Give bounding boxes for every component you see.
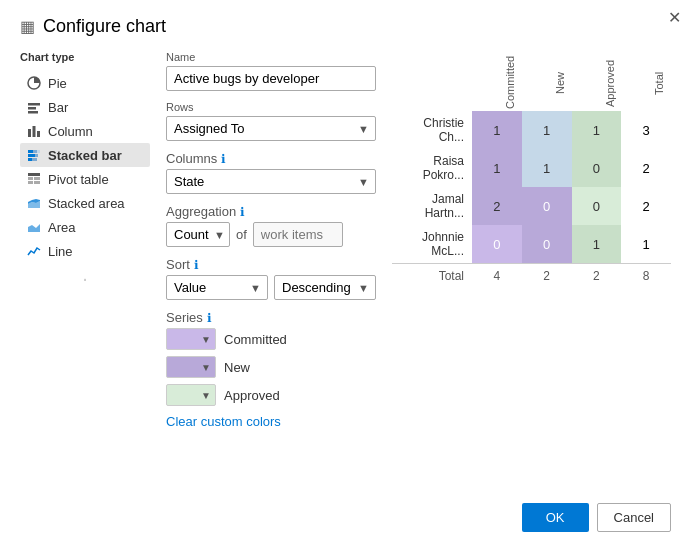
svg-rect-12 xyxy=(28,158,32,161)
cell-2-approved: 0 xyxy=(572,187,622,225)
preview-col-new: New xyxy=(522,51,572,111)
series-color-new[interactable]: ▼ xyxy=(166,356,216,378)
cell-2-new: 0 xyxy=(522,187,572,225)
area-icon xyxy=(26,219,42,235)
stacked-area-icon xyxy=(26,195,42,211)
preview-col-total: Total xyxy=(621,51,671,111)
dialog-footer: OK Cancel xyxy=(20,491,671,532)
of-input[interactable] xyxy=(253,222,343,247)
svg-rect-13 xyxy=(32,158,37,161)
sort-order-select[interactable]: Descending xyxy=(274,275,376,300)
clear-custom-colors-link[interactable]: Clear custom colors xyxy=(166,414,281,429)
line-icon xyxy=(26,243,42,259)
series-label: Series ℹ xyxy=(166,310,376,325)
series-color-committed[interactable]: ▼ xyxy=(166,328,216,350)
rows-select-wrap: Assigned To ▼ xyxy=(166,116,376,141)
cell-0-new: 1 xyxy=(522,111,572,149)
chart-type-stacked-bar[interactable]: Stacked bar xyxy=(20,143,150,167)
svg-rect-6 xyxy=(37,131,40,137)
chart-type-line-label: Line xyxy=(48,244,73,259)
cell-2-committed: 2 xyxy=(472,187,522,225)
table-row: Raisa Pokro... 1 1 0 2 xyxy=(392,149,671,187)
aggregation-label: Aggregation ℹ xyxy=(166,204,376,219)
table-row: Johnnie McL... 0 0 1 1 xyxy=(392,225,671,264)
table-row: Christie Ch... 1 1 1 3 xyxy=(392,111,671,149)
cell-0-committed: 1 xyxy=(472,111,522,149)
svg-rect-3 xyxy=(28,111,38,114)
configure-chart-dialog: ✕ ▦ Configure chart Chart type Pie Bar xyxy=(0,0,691,548)
svg-rect-9 xyxy=(37,150,40,153)
table-row: Jamal Hartn... 2 0 0 2 xyxy=(392,187,671,225)
sort-value-select[interactable]: Value xyxy=(166,275,268,300)
svg-rect-15 xyxy=(28,177,33,180)
chart-type-pie[interactable]: Pie xyxy=(20,71,150,95)
series-color-approved[interactable]: ▼ xyxy=(166,384,216,406)
row-label-0: Christie Ch... xyxy=(392,111,472,149)
chart-type-pivot[interactable]: Pivot table xyxy=(20,167,150,191)
chart-type-pivot-label: Pivot table xyxy=(48,172,109,187)
chart-type-title: Chart type xyxy=(20,51,150,63)
chart-type-stacked-area-label: Stacked area xyxy=(48,196,125,211)
total-label: Total xyxy=(392,264,472,289)
aggregation-select[interactable]: Count xyxy=(166,222,230,247)
ok-button[interactable]: OK xyxy=(522,503,589,532)
cancel-button[interactable]: Cancel xyxy=(597,503,671,532)
svg-rect-1 xyxy=(28,103,40,106)
chart-type-area[interactable]: Area xyxy=(20,215,150,239)
cell-1-committed: 1 xyxy=(472,149,522,187)
chart-type-line[interactable]: Line xyxy=(20,239,150,263)
stacked-bar-icon xyxy=(26,147,42,163)
agg-select-wrap: Count ▼ xyxy=(166,222,230,247)
chart-type-panel: Chart type Pie Bar xyxy=(20,51,150,491)
columns-info-icon[interactable]: ℹ xyxy=(221,152,226,166)
svg-rect-10 xyxy=(28,154,35,157)
total-new: 2 xyxy=(522,264,572,289)
bar-icon xyxy=(26,99,42,115)
total-committed: 4 xyxy=(472,264,522,289)
rows-select[interactable]: Assigned To xyxy=(166,116,376,141)
preview-panel: Committed New Approved Total Christie Ch… xyxy=(392,51,671,491)
name-field-group: Name xyxy=(166,51,376,91)
series-label-new: New xyxy=(224,360,250,375)
columns-select[interactable]: State xyxy=(166,169,376,194)
series-item-approved: ▼ Approved xyxy=(166,384,376,406)
close-button[interactable]: ✕ xyxy=(668,8,681,27)
sort-field-group: Sort ℹ Value ▼ Descending ▼ xyxy=(166,257,376,300)
sort-order-wrap: Descending ▼ xyxy=(274,275,376,300)
cell-1-approved: 0 xyxy=(572,149,622,187)
column-icon xyxy=(26,123,42,139)
cell-1-new: 1 xyxy=(522,149,572,187)
series-info-icon[interactable]: ℹ xyxy=(207,311,212,325)
svg-rect-5 xyxy=(33,126,36,137)
cell-3-new: 0 xyxy=(522,225,572,264)
series-item-committed: ▼ Committed xyxy=(166,328,376,350)
chart-type-area-label: Area xyxy=(48,220,75,235)
series-item-new: ▼ New xyxy=(166,356,376,378)
sort-info-icon[interactable]: ℹ xyxy=(194,258,199,272)
cell-2-total: 2 xyxy=(621,187,671,225)
chart-type-pie-label: Pie xyxy=(48,76,67,91)
aggregation-row: Count ▼ of xyxy=(166,222,376,247)
chart-type-column[interactable]: Column xyxy=(20,119,150,143)
name-label: Name xyxy=(166,51,376,63)
total-row: Total 4 2 2 8 xyxy=(392,264,671,289)
aggregation-info-icon[interactable]: ℹ xyxy=(240,205,245,219)
total-approved: 2 xyxy=(572,264,622,289)
series-label-committed: Committed xyxy=(224,332,287,347)
preview-col-committed: Committed xyxy=(472,51,522,111)
cell-0-total: 3 xyxy=(621,111,671,149)
cell-0-approved: 1 xyxy=(572,111,622,149)
aggregation-field-group: Aggregation ℹ Count ▼ of xyxy=(166,204,376,247)
cell-1-total: 2 xyxy=(621,149,671,187)
cell-3-committed: 0 xyxy=(472,225,522,264)
chart-type-stacked-area[interactable]: Stacked area xyxy=(20,191,150,215)
name-input[interactable] xyxy=(166,66,376,91)
svg-rect-14 xyxy=(28,173,40,176)
chart-type-bar[interactable]: Bar xyxy=(20,95,150,119)
pivot-icon xyxy=(26,171,42,187)
columns-select-wrap: State ▼ xyxy=(166,169,376,194)
svg-rect-8 xyxy=(33,150,37,153)
svg-rect-18 xyxy=(34,181,40,184)
svg-rect-7 xyxy=(28,150,33,153)
series-field-group: Series ℹ ▼ Committed ▼ New xyxy=(166,310,376,429)
